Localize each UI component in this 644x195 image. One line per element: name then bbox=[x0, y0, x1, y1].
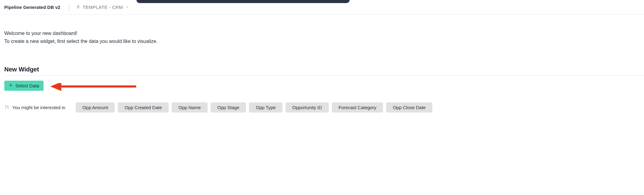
chevron-down-icon bbox=[125, 5, 129, 10]
suggestions-row: You might be interested in Opp Amount Op… bbox=[4, 102, 644, 113]
select-data-row: Select Data bbox=[4, 81, 644, 91]
suggestion-chip[interactable]: Opp Name bbox=[172, 102, 208, 113]
suggestion-chip[interactable]: Opp Created Date bbox=[118, 102, 169, 113]
suggestion-chip[interactable]: Forecast Category bbox=[332, 102, 383, 113]
lightning-icon bbox=[76, 4, 80, 10]
suggestion-chip[interactable]: Opp Amount bbox=[76, 102, 115, 113]
template-selector[interactable]: TEMPLATE - CRM bbox=[69, 4, 135, 10]
welcome-line-1: Welcome to your new dashboard! bbox=[4, 29, 644, 37]
wand-icon bbox=[4, 105, 9, 110]
plus-icon bbox=[9, 83, 13, 88]
suggestion-chip[interactable]: Opportunity ID bbox=[286, 102, 329, 113]
suggestion-chip[interactable]: Opp Type bbox=[249, 102, 282, 113]
top-dark-bar bbox=[136, 0, 350, 3]
welcome-text: Welcome to your new dashboard! To create… bbox=[4, 29, 644, 45]
suggestion-hint: You might be interested in bbox=[4, 105, 65, 110]
welcome-line-2: To create a new widget, first select the… bbox=[4, 37, 644, 45]
select-data-button[interactable]: Select Data bbox=[4, 81, 44, 91]
annotation-arrow bbox=[50, 83, 136, 92]
new-widget-heading: New Widget bbox=[4, 66, 644, 73]
separator bbox=[4, 75, 644, 76]
suggestion-hint-label: You might be interested in bbox=[12, 105, 65, 110]
main-content: Welcome to your new dashboard! To create… bbox=[0, 15, 644, 113]
database-title: Pipeline Generated DB v2 bbox=[4, 5, 69, 10]
select-data-label: Select Data bbox=[15, 83, 39, 88]
suggestion-chip[interactable]: Opp Close Date bbox=[386, 102, 432, 113]
template-label: TEMPLATE - CRM bbox=[83, 5, 123, 10]
suggestion-chip[interactable]: Opp Stage bbox=[211, 102, 246, 113]
svg-marker-3 bbox=[50, 83, 61, 91]
